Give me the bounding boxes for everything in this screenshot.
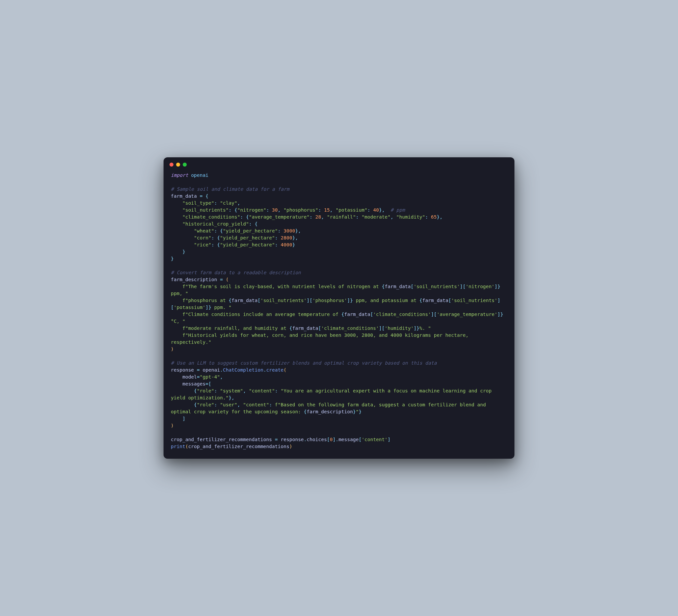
idx: 0 (330, 437, 333, 442)
key: 'average_temperature' (437, 312, 497, 317)
dict-val: "user" (220, 402, 237, 407)
comment: # Convert farm data to a readable descri… (171, 270, 301, 275)
dict-key: "corn" (194, 235, 211, 241)
comment: # Use an LLM to suggest custom fertilize… (171, 360, 437, 366)
dict-val: "system" (220, 388, 243, 393)
num: 28 (315, 214, 321, 220)
num: 2800 (281, 235, 292, 241)
interp-var: farm_data (385, 284, 411, 289)
fstring: f"phosphorus at (171, 298, 229, 303)
code-window: import openai # Sample soil and climate … (163, 157, 515, 459)
interp-var: farm_data (422, 298, 449, 303)
create: create (266, 367, 284, 372)
minimize-icon[interactable] (176, 162, 180, 167)
dict-key: "role" (197, 388, 214, 393)
dict-key: "humidity" (396, 214, 425, 220)
dict-key: "wheat" (194, 228, 214, 233)
module-openai: openai (191, 173, 208, 178)
dict-key: "historical_crop_yield" (182, 221, 249, 226)
interp-var: farm_data (292, 326, 318, 331)
num: 30 (272, 207, 278, 213)
key: 'soil_nutrients' (261, 298, 307, 303)
openai-ref: openai (202, 367, 220, 372)
var-recommendations: crop_and_fertilizer_recommendations (171, 437, 272, 442)
dict-key: "rainfall" (327, 214, 355, 220)
key: 'soil_nutrients' (451, 298, 498, 303)
dict-key: "role" (197, 402, 214, 407)
dict-val: "moderate" (362, 214, 390, 220)
attr-choices: choices (307, 437, 327, 442)
dict-key: "phosphorus" (284, 207, 318, 213)
key: 'nitrogen' (465, 284, 494, 289)
dict-key: "average_temperature" (249, 214, 309, 220)
key: 'soil_nutrients' (413, 284, 460, 289)
print-arg: crop_and_fertilizer_recommendations (188, 444, 289, 449)
dict-val: "clay" (220, 201, 237, 206)
window-titlebar (163, 157, 515, 169)
dict-key: "potassium" (336, 207, 368, 213)
key: 'potassium' (174, 305, 205, 310)
fstring: f"Historical yields for wheat, corn, and… (171, 332, 472, 345)
dict-key: "yield_per_hectare" (220, 242, 275, 247)
comment: # Sample soil and climate data for a far… (171, 186, 289, 192)
var-farm-data: farm_data (171, 193, 197, 199)
dict-key: "climate_conditions" (182, 214, 240, 220)
interp-var: farm_data (231, 298, 258, 303)
fstring: f"Climate conditions include an average … (171, 312, 341, 317)
num: 40 (373, 207, 379, 213)
maximize-icon[interactable] (183, 162, 187, 167)
chatcompletion: ChatCompletion (223, 367, 263, 372)
num: 3000 (284, 228, 295, 233)
kwarg-model: model (182, 374, 197, 379)
fstring: %. " (419, 326, 431, 331)
op: = (197, 193, 205, 199)
dict-key: "rice" (194, 242, 211, 247)
var-farm-description: farm_description (171, 277, 217, 282)
dict-key: "soil_type" (182, 201, 214, 206)
key: 'climate_conditions' (321, 326, 379, 331)
dict-key: "nitrogen" (237, 207, 266, 213)
key: 'content' (362, 437, 388, 442)
dict-key: "yield_per_hectare" (223, 228, 278, 233)
fstring: f"moderate rainfall, and humidity at (171, 326, 289, 331)
brace-open: { (205, 193, 209, 199)
print-fn: print (171, 444, 185, 449)
num: 15 (324, 207, 330, 213)
interp-var: farm_data (344, 312, 371, 317)
dict-key: "soil_nutrients" (182, 207, 229, 213)
fstring: °C, " (171, 319, 185, 324)
model-val: "gpt-4" (200, 374, 220, 379)
num: 65 (431, 214, 437, 220)
code-block: import openai # Sample soil and climate … (163, 169, 515, 459)
dict-key: "content" (249, 388, 275, 393)
keyword-import: import (171, 173, 188, 178)
comment: # ppm (391, 207, 405, 213)
response-ref: response (281, 437, 304, 442)
var-response: response (171, 367, 194, 372)
key: 'humidity' (385, 326, 413, 331)
key: 'climate_conditions' (373, 312, 431, 317)
key: 'phosphorus' (312, 298, 347, 303)
close-icon[interactable] (170, 162, 174, 167)
fstring: ppm. " (211, 305, 231, 310)
fstring: f"The farm's soil is clay-based, with nu… (171, 284, 382, 289)
dict-key: "yield_per_hectare" (220, 235, 275, 241)
dict-key: "content" (243, 402, 269, 407)
attr-message: message (338, 437, 359, 442)
interp-var: farm_description (307, 409, 353, 414)
fstring: ppm, and potassium at (353, 298, 419, 303)
kwarg-messages: messages (182, 381, 205, 387)
num: 4000 (281, 242, 292, 247)
